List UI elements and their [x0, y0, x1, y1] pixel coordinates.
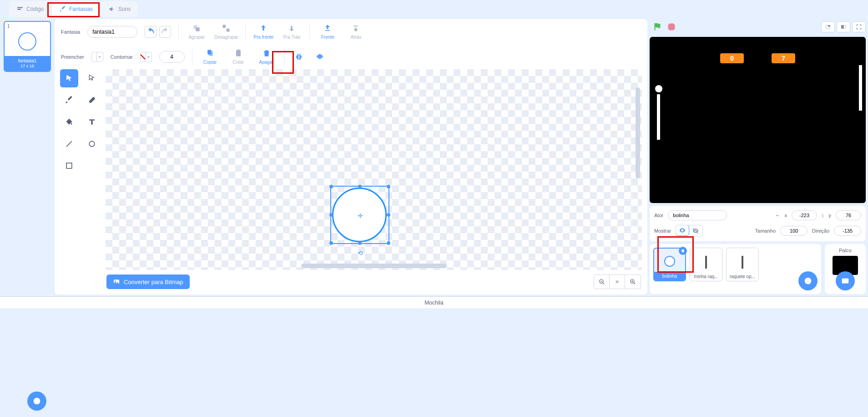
rect-tool[interactable] [60, 157, 78, 175]
flip-h-icon [294, 52, 303, 61]
paint-canvas[interactable]: ⟲ ✛ [106, 69, 642, 270]
score-right: 7 [772, 53, 795, 63]
rotation-handle-icon[interactable]: ⟲ [358, 249, 363, 257]
add-sprite-button[interactable] [798, 271, 818, 290]
svg-point-2 [34, 398, 40, 405]
y-label: y [829, 213, 832, 218]
small-stage-button[interactable] [821, 21, 835, 32]
hide-button[interactable] [689, 225, 702, 236]
tab-sounds[interactable]: Sons [101, 1, 138, 17]
flip-v-button[interactable] [313, 52, 327, 61]
x-input[interactable] [792, 210, 817, 220]
tab-sounds-label: Sons [118, 6, 131, 12]
stage[interactable]: 0 7 [650, 37, 866, 203]
canvas-v-scrollbar[interactable] [636, 87, 640, 178]
add-costume-button[interactable] [27, 392, 46, 411]
add-backdrop-button[interactable] [836, 271, 855, 290]
y-input[interactable] [836, 210, 861, 220]
code-icon [16, 5, 24, 13]
svg-rect-11 [236, 50, 241, 56]
reshape-tool[interactable] [83, 69, 101, 87]
outline-color-picker[interactable]: ▾ [140, 52, 152, 62]
redo-icon [160, 26, 171, 37]
backpack-bar[interactable]: Mochila [0, 296, 868, 308]
sprite-label-2: minha raq... [694, 274, 718, 279]
ungroup-button[interactable]: Desagrupar [214, 24, 238, 40]
flip-v-icon [315, 52, 324, 61]
back-button[interactable]: Atrás [345, 24, 366, 40]
circle-icon [87, 139, 96, 148]
svg-marker-25 [668, 24, 675, 31]
svg-rect-6 [227, 29, 230, 32]
paddle-left [657, 94, 660, 140]
paintbrush-icon [65, 96, 74, 105]
size-input[interactable] [780, 226, 807, 236]
center-cross-icon: ✛ [358, 212, 363, 219]
costume-name-input[interactable] [87, 26, 137, 38]
line-tool[interactable] [60, 135, 78, 153]
large-stage-icon [840, 24, 847, 30]
paddle-right [859, 65, 862, 111]
costume-thumb-1[interactable]: 1 fantasia1 17 x 18 [4, 21, 51, 72]
green-flag-icon[interactable] [652, 22, 662, 32]
group-button[interactable]: Agrupar [186, 24, 207, 40]
arrow-down-icon [287, 24, 296, 33]
fill-tool[interactable] [60, 113, 78, 131]
paste-button[interactable]: Colar [228, 49, 249, 65]
flip-h-button[interactable] [292, 52, 306, 61]
backward-button[interactable]: Pra Trás [281, 24, 302, 40]
zoom-out-button[interactable] [594, 275, 610, 289]
forward-button[interactable]: Pra frente [253, 24, 274, 40]
svg-line-22 [634, 283, 636, 285]
svg-line-13 [66, 141, 72, 147]
show-button[interactable] [676, 225, 689, 236]
svg-point-14 [89, 141, 95, 147]
eraser-tool[interactable] [83, 91, 101, 109]
zoom-out-icon [599, 279, 605, 285]
outline-width-input[interactable] [159, 51, 185, 63]
zoom-in-button[interactable] [625, 275, 641, 289]
undo-button[interactable] [145, 26, 156, 38]
circle-tool[interactable] [83, 135, 101, 153]
equals-icon: = [616, 279, 619, 285]
sprite-label-3: raquete op... [730, 274, 755, 279]
zoom-in-icon [630, 279, 636, 285]
front-button[interactable]: Frente [317, 24, 338, 40]
fill-color-picker[interactable]: ▾ [91, 52, 103, 62]
front-icon [323, 24, 332, 33]
svg-rect-5 [223, 25, 226, 28]
tab-costumes[interactable]: Fantasias [52, 1, 100, 17]
copy-button[interactable]: Copiar [200, 49, 221, 65]
direction-input[interactable] [834, 226, 861, 236]
sprite-item-bolinha[interactable]: bolinha [653, 248, 686, 281]
square-icon [65, 161, 74, 170]
large-stage-button[interactable] [837, 21, 850, 32]
brush-tool[interactable] [60, 91, 78, 109]
convert-bitmap-button[interactable]: Converter para Bitmap [106, 275, 190, 289]
delete-button[interactable]: Apagar [256, 49, 277, 65]
stop-icon[interactable] [667, 22, 676, 31]
sprite-name-input[interactable] [668, 210, 727, 220]
select-tool[interactable] [60, 69, 78, 87]
sprite-preview-paddle2 [742, 256, 743, 269]
stage-selector[interactable]: Palco Cenários 1 [825, 244, 866, 294]
delete-sprite-button[interactable] [679, 247, 687, 255]
fullscreen-button[interactable] [852, 21, 866, 32]
svg-point-17 [115, 280, 116, 282]
copy-icon [206, 49, 215, 58]
line-icon [65, 139, 74, 148]
fill-label: Preencher [61, 54, 84, 60]
group-icon [192, 24, 201, 33]
tab-code[interactable]: Código [9, 1, 51, 17]
y-arrows-icon: ↕ [822, 213, 824, 218]
size-label: Tamanho [755, 228, 776, 234]
sprite-item-minha-raquete[interactable]: minha raq... [690, 248, 722, 281]
sprite-item-raquete-oponente[interactable]: raquete op... [726, 248, 759, 281]
reshape-icon [87, 74, 96, 83]
canvas-h-scrollbar[interactable] [301, 264, 447, 268]
redo-button[interactable] [159, 26, 171, 38]
eraser-icon [87, 96, 96, 105]
svg-rect-15 [66, 163, 72, 168]
text-tool[interactable] [83, 113, 101, 131]
zoom-reset-button[interactable]: = [610, 275, 625, 289]
